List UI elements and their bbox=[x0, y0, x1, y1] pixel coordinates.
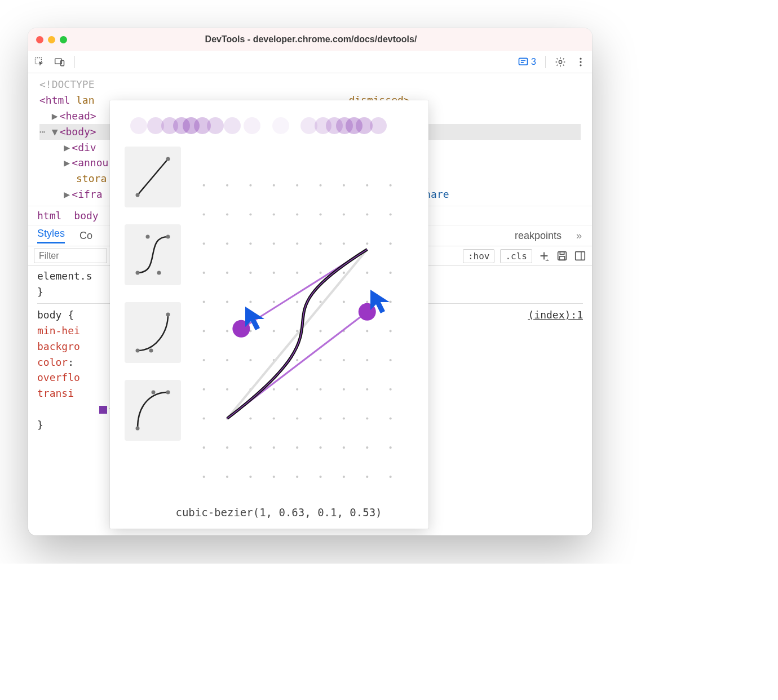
html-open: <html bbox=[39, 94, 70, 106]
svg-point-117 bbox=[226, 476, 228, 478]
svg-point-32 bbox=[343, 184, 345, 187]
svg-point-109 bbox=[249, 446, 251, 449]
zoom-window-button[interactable] bbox=[60, 36, 67, 43]
svg-point-87 bbox=[366, 359, 368, 361]
tab-styles[interactable]: Styles bbox=[37, 228, 65, 243]
breadcrumb-html[interactable]: html bbox=[37, 210, 61, 221]
hov-chip[interactable]: :hov bbox=[463, 249, 495, 263]
div-node[interactable]: <div bbox=[72, 141, 96, 153]
svg-point-64 bbox=[249, 301, 251, 303]
svg-point-40 bbox=[319, 213, 321, 215]
svg-point-81 bbox=[226, 359, 228, 361]
svg-line-125 bbox=[227, 250, 367, 419]
doctype-text: <!DOCTYPE bbox=[39, 78, 95, 90]
inspect-element-icon[interactable] bbox=[34, 56, 45, 68]
device-toggle-icon[interactable] bbox=[54, 56, 65, 68]
add-rule-icon[interactable] bbox=[538, 250, 550, 262]
body-node[interactable]: <body> bbox=[60, 126, 96, 138]
svg-point-93 bbox=[296, 388, 298, 391]
svg-point-17 bbox=[157, 271, 161, 275]
tab-breakpoints[interactable]: reakpoints bbox=[515, 230, 562, 242]
svg-point-65 bbox=[273, 301, 275, 303]
bezier-canvas[interactable] bbox=[192, 147, 414, 504]
svg-point-38 bbox=[273, 213, 275, 215]
svg-point-106 bbox=[390, 417, 392, 419]
preset-ease-in[interactable] bbox=[125, 302, 181, 363]
svg-point-50 bbox=[343, 242, 345, 245]
svg-point-7 bbox=[580, 64, 581, 66]
main-toolbar: 3 bbox=[28, 51, 592, 73]
cls-chip[interactable]: .cls bbox=[500, 249, 532, 263]
prop-color[interactable]: color bbox=[37, 356, 68, 368]
devtools-window: DevTools - developer.chrome.com/docs/dev… bbox=[28, 28, 592, 535]
svg-point-61 bbox=[390, 272, 392, 274]
prop-transition[interactable]: transi bbox=[37, 387, 74, 399]
issues-badge[interactable]: 3 bbox=[518, 56, 536, 68]
svg-point-18 bbox=[146, 235, 150, 239]
body-selector[interactable]: body { bbox=[37, 307, 74, 323]
svg-point-56 bbox=[273, 272, 275, 274]
preset-ease-in-out[interactable] bbox=[125, 224, 181, 285]
svg-point-74 bbox=[273, 330, 275, 332]
svg-point-44 bbox=[203, 242, 205, 245]
kebab-menu-icon[interactable] bbox=[575, 56, 586, 68]
head-node[interactable]: <head> bbox=[60, 110, 96, 122]
panel-toggle-icon[interactable] bbox=[574, 250, 586, 262]
svg-point-111 bbox=[296, 446, 298, 449]
bezier-handle-p2[interactable] bbox=[232, 320, 250, 338]
svg-point-19 bbox=[166, 235, 170, 239]
bezier-handle-p1[interactable] bbox=[359, 303, 376, 321]
element-style-label: element.s bbox=[37, 270, 92, 282]
svg-point-110 bbox=[273, 446, 275, 449]
svg-point-54 bbox=[226, 272, 228, 274]
svg-point-116 bbox=[203, 476, 205, 478]
svg-point-119 bbox=[273, 476, 275, 478]
svg-point-108 bbox=[226, 446, 228, 449]
svg-point-97 bbox=[390, 388, 392, 391]
svg-point-80 bbox=[203, 359, 205, 361]
svg-point-102 bbox=[296, 417, 298, 419]
svg-point-33 bbox=[366, 184, 368, 187]
tabs-overflow-icon[interactable]: » bbox=[576, 230, 583, 242]
svg-point-86 bbox=[343, 359, 345, 361]
svg-point-120 bbox=[296, 476, 298, 478]
preset-ease-out[interactable] bbox=[125, 380, 181, 441]
svg-point-24 bbox=[152, 391, 156, 395]
tab-computed[interactable]: Co bbox=[79, 230, 92, 242]
svg-point-29 bbox=[273, 184, 275, 187]
svg-point-28 bbox=[249, 184, 251, 187]
svg-point-41 bbox=[343, 213, 345, 215]
save-icon[interactable] bbox=[556, 250, 568, 262]
svg-point-23 bbox=[136, 427, 140, 431]
svg-point-115 bbox=[390, 446, 392, 449]
svg-rect-2 bbox=[61, 60, 64, 65]
svg-point-16 bbox=[136, 271, 140, 275]
svg-point-46 bbox=[249, 242, 251, 245]
svg-point-15 bbox=[166, 157, 170, 161]
prop-overflow[interactable]: overflo bbox=[37, 371, 80, 383]
svg-point-70 bbox=[390, 301, 392, 303]
svg-point-30 bbox=[296, 184, 298, 187]
source-file-link[interactable]: (index):1 bbox=[528, 307, 583, 323]
svg-point-59 bbox=[343, 272, 345, 274]
prop-background[interactable]: backgro bbox=[37, 340, 80, 352]
preset-linear[interactable] bbox=[125, 147, 181, 207]
gear-icon[interactable] bbox=[555, 56, 566, 68]
filter-input[interactable] bbox=[34, 249, 107, 263]
svg-point-90 bbox=[226, 388, 228, 391]
svg-point-68 bbox=[343, 301, 345, 303]
prop-min-height[interactable]: min-hei bbox=[37, 325, 80, 336]
titlebar: DevTools - developer.chrome.com/docs/dev… bbox=[28, 28, 592, 51]
svg-point-6 bbox=[580, 61, 581, 63]
minimize-window-button[interactable] bbox=[48, 36, 55, 43]
bezier-swatch-icon[interactable] bbox=[99, 406, 107, 414]
svg-point-31 bbox=[319, 184, 321, 187]
separator bbox=[545, 56, 546, 68]
breadcrumb-body[interactable]: body bbox=[74, 210, 98, 221]
bezier-value-label: cubic-bezier(1, 0.63, 0.1, 0.53) bbox=[125, 504, 414, 524]
close-window-button[interactable] bbox=[36, 36, 43, 43]
window-title: DevTools - developer.chrome.com/docs/dev… bbox=[72, 34, 550, 45]
svg-point-105 bbox=[366, 417, 368, 419]
iframe-node[interactable]: <ifra bbox=[72, 188, 102, 200]
announce-node[interactable]: <annou bbox=[72, 157, 108, 169]
